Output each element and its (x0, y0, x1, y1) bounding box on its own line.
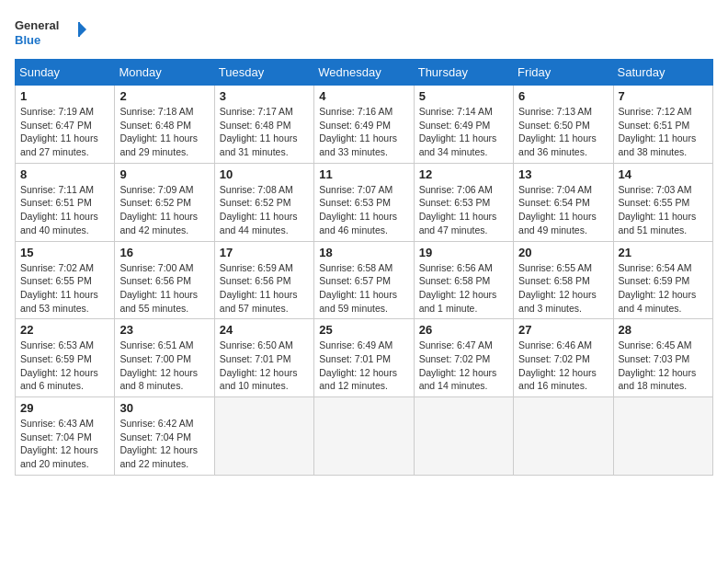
day-info-line: and 51 minutes. (619, 224, 708, 237)
svg-text:General: General (15, 18, 59, 32)
day-info-line: Daylight: 12 hours (119, 366, 209, 380)
calendar-cell: 10Sunrise: 7:08 AMSunset: 6:52 PMDayligh… (214, 163, 313, 241)
day-info-line: Daylight: 11 hours (419, 132, 508, 145)
day-info-line: and 1 minute. (419, 302, 508, 316)
calendar-cell: 7Sunrise: 7:12 AMSunset: 6:51 PMDaylight… (613, 86, 712, 164)
day-info-line: and 34 minutes. (419, 145, 508, 159)
calendar-cell: 17Sunrise: 6:59 AMSunset: 6:56 PMDayligh… (214, 241, 313, 319)
day-info-line: and 55 minutes. (119, 302, 209, 316)
day-info-line: Sunset: 6:49 PM (419, 119, 508, 132)
day-info-line: and 40 minutes. (20, 224, 109, 237)
calendar-cell: 9Sunrise: 7:09 AMSunset: 6:52 PMDaylight… (115, 163, 214, 241)
day-info-line: Daylight: 11 hours (20, 210, 109, 224)
day-info-line: Daylight: 12 hours (619, 288, 708, 302)
calendar-cell: 20Sunrise: 6:55 AMSunset: 6:58 PMDayligh… (514, 241, 613, 319)
calendar-cell: 23Sunrise: 6:51 AMSunset: 7:00 PMDayligh… (115, 319, 214, 397)
day-of-week-header: Tuesday (214, 60, 313, 86)
day-info-line: and 22 minutes. (119, 457, 209, 471)
calendar-cell: 22Sunrise: 6:53 AMSunset: 6:59 PMDayligh… (16, 319, 115, 397)
calendar-cell (514, 397, 613, 476)
day-info-line: Sunrise: 7:07 AM (319, 183, 408, 197)
calendar-week-row: 15Sunrise: 7:02 AMSunset: 6:55 PMDayligh… (16, 241, 713, 319)
day-info-line: Sunset: 7:00 PM (119, 352, 209, 366)
day-info-line: Daylight: 12 hours (518, 366, 608, 380)
calendar-cell: 3Sunrise: 7:17 AMSunset: 6:48 PMDaylight… (214, 86, 313, 164)
day-info-line: Sunset: 6:56 PM (220, 274, 309, 288)
calendar-header-row: SundayMondayTuesdayWednesdayThursdayFrid… (16, 60, 713, 86)
day-info-line: Sunset: 6:52 PM (220, 196, 309, 210)
calendar-week-row: 1Sunrise: 7:19 AMSunset: 6:47 PMDaylight… (16, 86, 713, 164)
day-info-line: Sunrise: 7:03 AM (619, 183, 708, 197)
day-info-line: and 4 minutes. (619, 302, 708, 316)
day-number: 4 (319, 89, 408, 103)
day-info-line: and 3 minutes. (518, 302, 608, 316)
day-info-line: and 44 minutes. (220, 224, 309, 237)
day-info-line: Daylight: 11 hours (319, 132, 408, 145)
day-info-line: Sunset: 6:47 PM (20, 119, 109, 132)
day-info-line: Sunset: 6:54 PM (518, 196, 608, 210)
day-info-line: Sunrise: 7:13 AM (518, 105, 608, 119)
day-number: 30 (119, 401, 209, 415)
calendar-cell: 30Sunrise: 6:42 AMSunset: 7:04 PMDayligh… (115, 397, 214, 476)
day-info-line: Daylight: 12 hours (619, 366, 708, 380)
day-number: 19 (419, 246, 508, 259)
day-info-line: Sunrise: 7:04 AM (518, 183, 608, 197)
day-number: 3 (220, 89, 309, 103)
day-number: 25 (319, 323, 408, 337)
day-info-line: Sunset: 6:51 PM (20, 196, 109, 210)
day-info-line: Sunset: 6:59 PM (20, 352, 109, 366)
page-header: General Blue (15, 15, 713, 52)
day-info-line: Daylight: 11 hours (518, 210, 608, 224)
day-info-line: and 16 minutes. (518, 379, 608, 393)
day-info-line: Sunrise: 6:51 AM (119, 339, 209, 352)
day-info-line: Sunset: 7:01 PM (319, 352, 408, 366)
day-info-line: and 57 minutes. (220, 302, 309, 316)
day-info-line: Sunset: 6:58 PM (419, 274, 508, 288)
day-info-line: Daylight: 11 hours (220, 210, 309, 224)
day-of-week-header: Sunday (16, 60, 115, 86)
day-info-line: and 12 minutes. (319, 379, 408, 393)
calendar-cell: 28Sunrise: 6:45 AMSunset: 7:03 PMDayligh… (613, 319, 712, 397)
day-info-line: Sunrise: 7:18 AM (119, 105, 209, 119)
day-info-line: Sunrise: 7:06 AM (419, 183, 508, 197)
day-info-line: Sunrise: 7:16 AM (319, 105, 408, 119)
calendar-cell: 2Sunrise: 7:18 AMSunset: 6:48 PMDaylight… (115, 86, 214, 164)
day-number: 13 (518, 167, 608, 181)
day-info-line: Daylight: 11 hours (619, 210, 708, 224)
logo-svg: General Blue (15, 15, 88, 52)
calendar-cell: 24Sunrise: 6:50 AMSunset: 7:01 PMDayligh… (214, 319, 313, 397)
day-info-line: Sunrise: 6:45 AM (619, 339, 708, 352)
day-info-line: Sunrise: 7:12 AM (619, 105, 708, 119)
day-info-line: and 14 minutes. (419, 379, 508, 393)
day-info-line: Daylight: 12 hours (518, 288, 608, 302)
day-number: 16 (119, 246, 209, 259)
day-info-line: Sunrise: 7:00 AM (119, 261, 209, 275)
day-info-line: and 31 minutes. (220, 145, 309, 159)
day-of-week-header: Friday (514, 60, 613, 86)
day-info-line: Daylight: 12 hours (419, 366, 508, 380)
calendar-table: SundayMondayTuesdayWednesdayThursdayFrid… (15, 59, 713, 476)
calendar-week-row: 29Sunrise: 6:43 AMSunset: 7:04 PMDayligh… (16, 397, 713, 476)
day-info-line: Daylight: 11 hours (220, 132, 309, 145)
day-info-line: Daylight: 11 hours (119, 210, 209, 224)
calendar-cell: 27Sunrise: 6:46 AMSunset: 7:02 PMDayligh… (514, 319, 613, 397)
day-info-line: Daylight: 12 hours (119, 443, 209, 457)
day-number: 21 (619, 246, 708, 259)
calendar-cell: 5Sunrise: 7:14 AMSunset: 6:49 PMDaylight… (414, 86, 513, 164)
day-number: 10 (220, 167, 309, 181)
calendar-cell (613, 397, 712, 476)
day-number: 24 (220, 323, 309, 337)
day-number: 12 (419, 167, 508, 181)
day-number: 2 (119, 89, 209, 103)
day-of-week-header: Thursday (414, 60, 513, 86)
day-number: 23 (119, 323, 209, 337)
day-number: 11 (319, 167, 408, 181)
day-info-line: Sunset: 6:48 PM (119, 119, 209, 132)
day-info-line: Sunset: 6:51 PM (619, 119, 708, 132)
calendar-cell: 4Sunrise: 7:16 AMSunset: 6:49 PMDaylight… (314, 86, 414, 164)
day-of-week-header: Wednesday (314, 60, 414, 86)
day-info-line: Sunrise: 6:53 AM (20, 339, 109, 352)
day-info-line: and 6 minutes. (20, 379, 109, 393)
day-info-line: Daylight: 11 hours (619, 132, 708, 145)
calendar-cell: 6Sunrise: 7:13 AMSunset: 6:50 PMDaylight… (514, 86, 613, 164)
